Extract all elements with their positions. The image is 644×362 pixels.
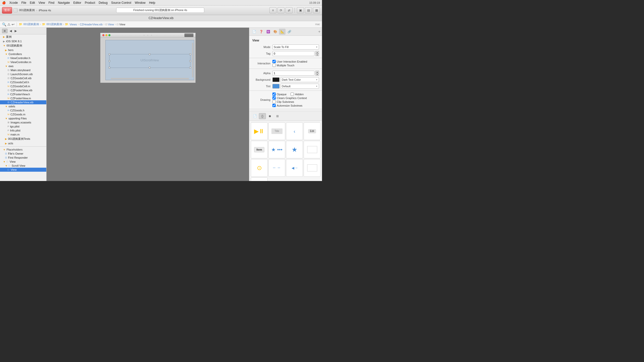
- sidebar-item-czheader-xib[interactable]: ⊡ CZHeaderView.xib: [0, 100, 46, 104]
- editor-standard[interactable]: ≡: [269, 7, 276, 13]
- lib-item-stars1[interactable]: ★ •••: [268, 141, 285, 158]
- nav-fwd-btn[interactable]: ▶: [14, 29, 18, 33]
- sidebar-item-czgoods-xib[interactable]: ⊡ CZGoodsCell.xib: [0, 76, 46, 80]
- menu-navigate[interactable]: Navigate: [58, 1, 70, 5]
- bc-item-2[interactable]: 001团购案例: [47, 22, 62, 26]
- lib-item-dots1[interactable]: ┄ ┄: [268, 159, 285, 177]
- resize-handle-bl[interactable]: [109, 67, 110, 68]
- editor-assistant[interactable]: ⟳: [277, 7, 285, 13]
- menu-source-control[interactable]: Source Control: [111, 1, 131, 5]
- lib-item-playback[interactable]: ▶⏸: [251, 122, 268, 140]
- scheme-icon[interactable]: ⬜: [14, 8, 18, 12]
- sidebar-item-tests[interactable]: ▶ 001团购案例Tests: [0, 137, 46, 141]
- menu-product[interactable]: Product: [85, 1, 95, 5]
- sidebar-item-ucts[interactable]: ▶ ucts: [0, 141, 46, 145]
- lib-item-square[interactable]: [251, 177, 268, 181]
- sidebar-item-tgs[interactable]: P tgs.plist: [0, 124, 46, 128]
- view-debug[interactable]: ▤: [305, 7, 312, 13]
- scroll-indicator-h[interactable]: [111, 78, 189, 79]
- hidden-checkbox[interactable]: [291, 93, 294, 96]
- nav-back-btn[interactable]: ◀: [9, 29, 13, 33]
- inspector-tab-size[interactable]: 📐: [279, 29, 286, 35]
- inspector-tab-file[interactable]: 📄: [251, 29, 257, 35]
- inspector-tab-identity[interactable]: 🆔: [265, 29, 271, 35]
- nav-back[interactable]: ↩: [12, 22, 15, 26]
- menu-window[interactable]: Window: [135, 1, 146, 5]
- bc-item-4[interactable]: CZHeaderView.xib: [80, 23, 103, 26]
- bc-item-3[interactable]: Views: [69, 23, 77, 26]
- menu-editor[interactable]: Editor: [73, 1, 81, 5]
- lib-tab-snippets[interactable]: ⊞: [274, 113, 281, 119]
- resize-handle-mr[interactable]: [189, 60, 191, 62]
- sidebar-item-sdk[interactable]: ▶ iOS SDK 8.1: [0, 39, 46, 43]
- sidebar-item-controllers[interactable]: ▼ Controllers: [0, 52, 46, 56]
- menu-debug[interactable]: Debug: [99, 1, 107, 5]
- nav-warning[interactable]: ⚠: [7, 22, 11, 26]
- resize-handle-tl[interactable]: [109, 54, 110, 55]
- sidebar-item-main-m[interactable]: M main.m: [0, 132, 46, 137]
- sidebar-item-ews[interactable]: ▼ ews: [0, 64, 46, 68]
- sidebar-item-czgoods-m[interactable]: M CZGoodsCell.m: [0, 84, 46, 88]
- menu-xcode[interactable]: Xcode: [9, 1, 18, 5]
- sidebar-item-vc-m[interactable]: M ViewController.m: [0, 60, 46, 64]
- tag-stepper[interactable]: ▲ ▼: [315, 51, 319, 56]
- opaque-checkbox[interactable]: [272, 93, 276, 96]
- lib-item-blank2[interactable]: [304, 159, 320, 177]
- sidebar-item-project[interactable]: ▼ 001团购案例: [0, 43, 46, 48]
- bc-item-6[interactable]: View: [119, 23, 125, 26]
- tag-field[interactable]: [272, 51, 314, 56]
- apple-menu[interactable]: 🍎: [2, 1, 6, 5]
- alpha-stepper-up[interactable]: ▲: [315, 71, 319, 73]
- lib-item-toolbar1[interactable]: ⊙: [251, 159, 268, 177]
- alpha-stepper-down[interactable]: ▼: [315, 73, 319, 76]
- menu-help[interactable]: Help: [149, 1, 155, 5]
- sidebar-item-czfooter-xib[interactable]: ⊡ CZFooterView.xib: [0, 88, 46, 92]
- sidebar-item-czfooter-m[interactable]: M CZFooterView.m: [0, 96, 46, 100]
- stepper-up[interactable]: ▲: [315, 51, 319, 54]
- lib-item-back[interactable]: ‹: [286, 122, 303, 140]
- multiple-touch-checkbox[interactable]: [272, 64, 276, 67]
- user-interaction-checkbox[interactable]: [272, 60, 276, 63]
- lib-item-back2[interactable]: ◀ ┄: [286, 159, 303, 177]
- inspector-tab-connections[interactable]: 🔗: [286, 29, 293, 35]
- lib-tab-objects[interactable]: {}: [259, 113, 266, 119]
- maximize-button[interactable]: [108, 34, 110, 36]
- sidebar-item-czgoods2-m[interactable]: M CZGoods.m: [0, 112, 46, 116]
- lib-item-edit[interactable]: Edit: [304, 122, 320, 140]
- sidebar-item-odels[interactable]: ▼ odels: [0, 104, 46, 108]
- editor-version[interactable]: ⇄: [286, 7, 293, 13]
- sidebar-item-czgoods2-h[interactable]: H CZGoods.h: [0, 108, 46, 112]
- nav-search[interactable]: 🔍: [2, 22, 6, 26]
- menu-find[interactable]: Find: [49, 1, 54, 5]
- menu-edit[interactable]: Edit: [30, 1, 35, 5]
- alpha-stepper[interactable]: ▲ ▼: [315, 71, 319, 76]
- scroll-indicator-v[interactable]: [192, 43, 193, 77]
- sidebar-item-main-storyboard[interactable]: ⊡ Main.storyboard: [0, 68, 46, 72]
- resize-handle-ml[interactable]: [109, 60, 110, 62]
- alpha-field[interactable]: [272, 71, 314, 76]
- outline-scroll-view[interactable]: ▼ □ Scroll View: [0, 164, 46, 168]
- sidebar-item-info[interactable]: P Info.plist: [0, 128, 46, 132]
- resize-handle-tm[interactable]: [149, 54, 150, 55]
- inspector-tab-help[interactable]: ❓: [258, 29, 264, 35]
- autoresize-checkbox[interactable]: [272, 104, 276, 107]
- lib-item-star2[interactable]: ★: [286, 141, 303, 158]
- inner-view[interactable]: [109, 54, 190, 68]
- sidebar-item-supporting[interactable]: ▼ upporting Files: [0, 116, 46, 120]
- view-navigator[interactable]: ▣: [297, 7, 304, 13]
- bc-item-1[interactable]: 001团购案例: [23, 22, 39, 26]
- sidebar-item-cases[interactable]: ▶ 案例: [0, 34, 46, 39]
- scroll-view-box[interactable]: UIScrollView: [105, 40, 194, 80]
- lib-item-title[interactable]: Title: [268, 122, 285, 140]
- outline-view[interactable]: ▼ □ View: [0, 160, 46, 164]
- resize-handle-bm[interactable]: [149, 67, 150, 68]
- tint-dropdown[interactable]: Default ▼: [280, 84, 319, 89]
- clip-subviews-checkbox[interactable]: [272, 100, 276, 103]
- sidebar-item-images[interactable]: ⊞ Images.xcassets: [0, 120, 46, 124]
- lib-item-tabbar-item[interactable]: Item: [251, 141, 268, 158]
- stop-button[interactable]: 暂停: [2, 7, 12, 14]
- minimize-button[interactable]: [105, 34, 107, 36]
- inspector-add-btn[interactable]: +: [318, 29, 320, 34]
- inspector-tab-attribs[interactable]: 🎨: [272, 29, 278, 35]
- nav-grid-btn[interactable]: ⊞: [2, 29, 8, 33]
